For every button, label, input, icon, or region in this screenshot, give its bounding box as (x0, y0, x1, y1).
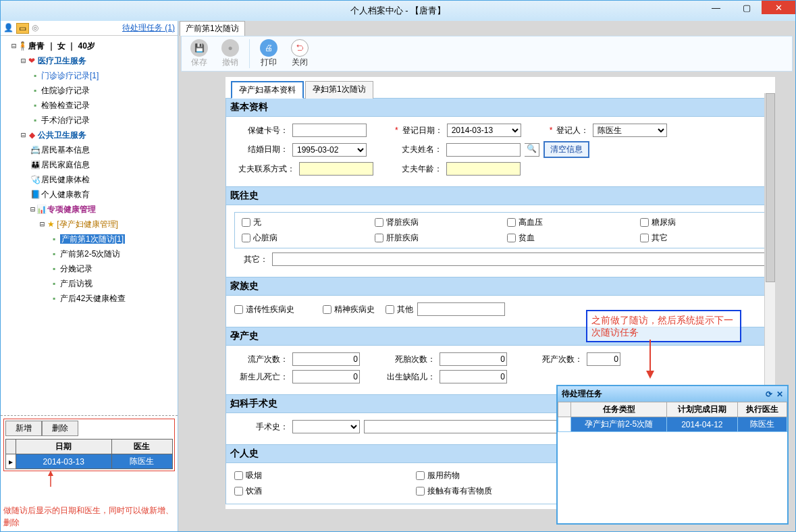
tree-special[interactable]: 专项健康管理 (47, 205, 96, 214)
chk-hered[interactable]: 遗传性疾病史 (234, 304, 294, 315)
col-exec-doctor: 执行医生 (737, 402, 787, 417)
input-marry[interactable]: 1995-03-02 (292, 143, 367, 157)
pending-task-panel: 待处理任务 ⟳ ✕ 任务类型 计划完成日期 执行医生 ⬇ 孕产妇产前2-5次随 … (556, 385, 789, 525)
input-fam-other[interactable] (417, 302, 505, 316)
chk-past-other[interactable]: 其它 (640, 232, 760, 244)
maximize-button[interactable]: ▢ (731, 1, 762, 14)
float-title: 待处理任务 (562, 388, 602, 400)
close-icon[interactable]: ✕ (776, 390, 783, 399)
spiral-icon[interactable]: ◎ (32, 23, 38, 34)
input-regdate[interactable]: 2014-03-13 (447, 124, 521, 137)
chk-mental[interactable]: 精神疾病史 (323, 304, 375, 315)
chk-htn[interactable]: 高血压 (507, 217, 627, 228)
lbl-stillbirth: 死胎次数： (381, 354, 435, 365)
task-row[interactable]: ⬇ 孕产妇产前2-5次随 2014-04-12 陈医生 (558, 417, 787, 432)
refresh-icon[interactable]: ⟳ (766, 390, 772, 399)
chk-anemia[interactable]: 贫血 (507, 232, 627, 244)
pending-tasks-link[interactable]: 待处理任务 (1) (122, 22, 175, 34)
input-surgery-sel[interactable] (292, 420, 360, 433)
tree-inpatient[interactable]: 住院诊疗记录 (41, 86, 90, 95)
input-registrar[interactable]: 陈医生 (593, 124, 667, 137)
input-cardno[interactable] (292, 124, 367, 137)
tree-personal-edu[interactable]: 个人健康教育 (41, 190, 90, 199)
window-title: 个人档案中心 - 【唐青】 (350, 5, 446, 17)
input-stillbirth[interactable] (440, 352, 507, 366)
input-deadbirth[interactable] (587, 352, 620, 366)
chk-heart[interactable]: 心脏病 (242, 232, 361, 244)
chk-kidney[interactable]: 肾脏疾病 (375, 217, 494, 228)
chk-drink[interactable]: 饮酒 (234, 485, 402, 497)
col-date: 日期 (16, 440, 112, 454)
annotation-overlay: 之前做了随访，然后系统提示下一次随访任务 (586, 310, 741, 342)
toolbar: 💾保存 ●撤销 🖨打印 ⮌关闭 (181, 36, 793, 72)
input-newborn-death[interactable] (292, 370, 360, 383)
chk-none[interactable]: 无 (242, 217, 361, 228)
close-button[interactable]: ✕ (762, 1, 795, 14)
tree-delivery[interactable]: 分娩记录 (60, 264, 92, 273)
tree-day42[interactable]: 产后42天健康检查 (60, 294, 126, 303)
tree-surgery[interactable]: 手术治疗记录 (41, 115, 90, 125)
close-doc-button[interactable]: ⮌关闭 (286, 39, 313, 68)
lbl-cardno: 保健卡号： (234, 125, 288, 136)
tree-visit25[interactable]: 产前第2-5次随访 (60, 249, 120, 259)
section-past: 既往史 (225, 186, 775, 205)
lbl-defect: 出生缺陷儿： (381, 371, 435, 383)
tree-pubhealth[interactable]: 公共卫生服务 (38, 130, 86, 140)
clear-button[interactable]: 清空信息 (543, 141, 589, 158)
card-icon[interactable]: ▭ (16, 23, 29, 34)
input-husband-name[interactable] (446, 143, 521, 157)
chk-dm[interactable]: 糖尿病 (640, 217, 760, 228)
tree-resident-basic[interactable]: 居民基本信息 (41, 145, 90, 155)
search-icon[interactable]: 🔍 (525, 143, 539, 157)
print-button[interactable]: 🖨打印 (255, 39, 282, 68)
doc-tab[interactable]: 产前第1次随访 (180, 21, 245, 36)
input-husband-phone[interactable] (299, 162, 373, 176)
minimize-button[interactable]: — (701, 1, 731, 14)
tree-outpatient[interactable]: 门诊诊疗记录[1] (41, 71, 99, 80)
input-husband-age[interactable] (446, 162, 521, 176)
lbl-abort: 流产次数： (234, 354, 288, 365)
tree-lab[interactable]: 检验检查记录 (41, 101, 90, 110)
svg-marker-1 (48, 471, 53, 476)
lbl-surgery: 手术史： (234, 421, 288, 433)
section-family: 家族史 (225, 277, 775, 296)
tree-visit1[interactable]: 产前第1次随访[1] (60, 234, 125, 244)
chk-smoke[interactable]: 吸烟 (234, 470, 402, 481)
visit-table: 日期医生 ▸2014-03-13陈医生 (5, 439, 173, 469)
lbl-newborn-death: 新生儿死亡： (234, 371, 288, 383)
input-past-other[interactable] (272, 252, 766, 266)
save-button[interactable]: 💾保存 (186, 39, 213, 68)
col-doctor: 医生 (111, 440, 172, 454)
tree-resident-family[interactable]: 居民家庭信息 (41, 160, 90, 169)
titlebar: 个人档案中心 - 【唐青】 — ▢ ✕ (1, 1, 795, 21)
lbl-regdate: 登记日期： (402, 125, 443, 136)
lbl-husband-age: 丈夫年龄： (395, 163, 442, 175)
col-plan-date: 计划完成日期 (667, 402, 737, 417)
undo-button[interactable]: ●撤销 (217, 39, 244, 68)
lbl-husband-phone: 丈夫联系方式： (234, 163, 295, 175)
input-abort[interactable] (292, 352, 360, 366)
table-row[interactable]: ▸2014-03-13陈医生 (6, 454, 173, 469)
chk-liver[interactable]: 肝脏疾病 (375, 232, 494, 244)
lbl-past-other: 其它： (234, 254, 268, 265)
annotation-left: 做随访后显示的日期和医生，同时可以做新增、删除 (3, 504, 175, 529)
tree-preg-mgmt[interactable]: [孕产妇健康管理] (57, 219, 118, 229)
tree-med-service[interactable]: 医疗卫生服务 (38, 56, 86, 65)
tree-postnatal[interactable]: 产后访视 (60, 279, 92, 288)
user-icon[interactable]: 👤 (3, 23, 14, 34)
lbl-deadbirth: 死产次数： (529, 354, 583, 365)
chk-fam-other[interactable]: 其他 (386, 304, 413, 315)
lbl-registrar: 登记人： (556, 125, 589, 136)
tab-visit1[interactable]: 孕妇第1次随访 (305, 81, 373, 99)
col-task-type: 任务类型 (571, 402, 667, 417)
add-button[interactable]: 新增 (5, 421, 42, 436)
nav-tree: ⊟🧍唐青 ｜ 女 ｜ 40岁 ⊟❤医疗卫生服务 ▪门诊诊疗记录[1] ▪住院诊疗… (1, 36, 178, 415)
tree-resident-exam[interactable]: 居民健康体检 (41, 175, 90, 184)
svg-marker-3 (646, 371, 654, 379)
lbl-marry: 结婚日期： (234, 144, 288, 155)
lbl-husband-name: 丈夫姓名： (395, 144, 442, 155)
tab-basic-info[interactable]: 孕产妇基本资料 (231, 81, 304, 99)
delete-button[interactable]: 删除 (42, 421, 78, 436)
input-defect[interactable] (440, 370, 507, 383)
section-basic: 基本资料 (225, 98, 775, 117)
